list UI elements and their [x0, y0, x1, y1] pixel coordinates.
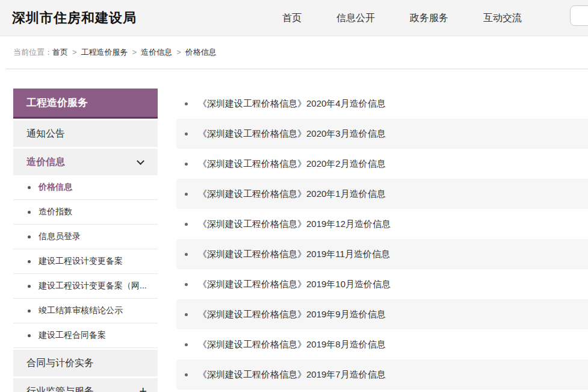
article-row: 《深圳建设工程价格信息》2019年8月造价信息 — [176, 329, 588, 359]
bullet-icon — [28, 211, 31, 214]
bullet-icon — [185, 343, 188, 346]
top-nav: 首页信息公开政务服务互动交流 — [265, 0, 539, 36]
nav-item[interactable]: 政务服务 — [392, 12, 466, 25]
sidebar-subitem-label: 建设工程设计变更备案 — [39, 256, 123, 267]
sidebar-subitem[interactable]: 建设工程设计变更备案（网... — [13, 274, 158, 299]
chevron-down-icon — [137, 157, 144, 165]
plus-icon: + — [139, 378, 147, 392]
article-link[interactable]: 《深圳建设工程价格信息》2020年4月造价信息 — [198, 98, 386, 110]
sidebar-item[interactable]: 行业监管与服务+ — [13, 378, 158, 392]
sidebar-item-label: 合同与计价实务 — [26, 358, 94, 368]
article-link[interactable]: 《深圳建设工程价格信息》2019年7月造价信息 — [198, 369, 386, 381]
sidebar-menu: 通知公告造价信息价格信息造价指数信息员登录建设工程设计变更备案建设工程设计变更备… — [13, 120, 158, 392]
article-link[interactable]: 《深圳建设工程价格信息》2020年3月造价信息 — [198, 128, 386, 140]
sidebar-subitem-label: 价格信息 — [39, 182, 72, 193]
article-row: 《深圳建设工程价格信息》2019年9月造价信息 — [176, 299, 588, 329]
bullet-icon — [28, 285, 31, 288]
bullet-icon — [185, 253, 188, 256]
sidebar: 工程造价服务 通知公告造价信息价格信息造价指数信息员登录建设工程设计变更备案建设… — [13, 89, 158, 392]
article-row: 《深圳建设工程价格信息》2019年7月造价信息 — [176, 359, 588, 390]
breadcrumb-divider — [6, 69, 588, 69]
breadcrumb-label: 当前位置： — [13, 47, 52, 58]
sidebar-subitem-label: 建设工程合同备案 — [39, 330, 106, 341]
site-header: 深圳市住房和建设局 首页信息公开政务服务互动交流 — [0, 0, 588, 36]
article-link[interactable]: 《深圳建设工程价格信息》2019年11月造价信息 — [198, 249, 390, 260]
breadcrumb-separator: > — [132, 48, 137, 57]
bullet-icon — [185, 373, 188, 376]
sidebar-title: 工程造价服务 — [13, 89, 158, 119]
nav-item[interactable]: 首页 — [265, 12, 319, 25]
article-link[interactable]: 《深圳建设工程价格信息》2019年10月造价信息 — [198, 279, 391, 290]
article-row: 《深圳建设工程价格信息》2020年2月造价信息 — [176, 149, 588, 179]
article-link[interactable]: 《深圳建设工程价格信息》2020年2月造价信息 — [198, 158, 386, 170]
article-row: 《深圳建设工程价格信息》2019年12月造价信息 — [176, 209, 588, 239]
bullet-icon — [185, 313, 188, 316]
article-row: 《深圳建设工程价格信息》2019年10月造价信息 — [176, 269, 588, 299]
bullet-icon — [185, 193, 188, 196]
sidebar-item-label: 通知公告 — [26, 128, 65, 138]
bullet-icon — [185, 283, 188, 286]
breadcrumb-current: 价格信息 — [185, 48, 217, 57]
sidebar-item[interactable]: 造价信息 — [13, 149, 158, 175]
sidebar-item-label: 行业监管与服务 — [26, 386, 94, 392]
bullet-icon — [28, 260, 31, 263]
sidebar-subitem-label: 建设工程设计变更备案（网... — [39, 281, 147, 291]
bullet-icon — [185, 163, 188, 166]
bullet-icon — [185, 102, 188, 105]
sidebar-item-label: 造价信息 — [26, 157, 65, 167]
header-search-box[interactable] — [570, 5, 588, 26]
article-link[interactable]: 《深圳建设工程价格信息》2019年9月造价信息 — [198, 309, 386, 320]
sidebar-subitem[interactable]: 信息员登录 — [13, 225, 158, 249]
article-link[interactable]: 《深圳建设工程价格信息》2019年12月造价信息 — [198, 219, 391, 230]
bullet-icon — [28, 235, 31, 238]
nav-item[interactable]: 互动交流 — [466, 12, 539, 25]
breadcrumb-separator: > — [176, 48, 181, 57]
bullet-icon — [185, 223, 188, 226]
sidebar-subitem[interactable]: 竣工结算审核结论公示 — [13, 299, 158, 323]
sidebar-subitem[interactable]: 建设工程设计变更备案 — [13, 249, 158, 274]
article-row: 《深圳建设工程价格信息》2020年3月造价信息 — [176, 119, 588, 149]
article-row: 《深圳建设工程价格信息》2020年4月造价信息 — [176, 89, 588, 119]
sidebar-subitem[interactable]: 造价指数 — [13, 200, 158, 225]
sidebar-subitem-label: 造价指数 — [39, 207, 72, 217]
article-row: 《深圳建设工程价格信息》2019年11月造价信息 — [176, 239, 588, 269]
breadcrumb-link[interactable]: 工程造价服务 — [81, 48, 128, 57]
nav-item[interactable]: 信息公开 — [319, 12, 392, 25]
article-link[interactable]: 《深圳建设工程价格信息》2019年8月造价信息 — [198, 339, 386, 350]
bullet-icon — [28, 186, 31, 189]
article-link[interactable]: 《深圳建设工程价格信息》2020年1月造价信息 — [198, 188, 386, 200]
breadcrumb-separator: > — [72, 48, 77, 57]
sidebar-subitem[interactable]: 价格信息 — [13, 175, 158, 200]
article-row: 《深圳建设工程价格信息》2020年1月造价信息 — [176, 179, 588, 209]
bullet-icon — [28, 334, 31, 337]
sidebar-item[interactable]: 通知公告 — [13, 120, 158, 147]
breadcrumb: 当前位置： 首页>工程造价服务>造价信息>价格信息 — [0, 36, 588, 69]
breadcrumb-items: 首页>工程造价服务>造价信息>价格信息 — [52, 47, 217, 58]
breadcrumb-link[interactable]: 造价信息 — [141, 48, 172, 57]
site-title: 深圳市住房和建设局 — [12, 9, 137, 27]
bullet-icon — [28, 310, 31, 313]
sidebar-subitem-label: 信息员登录 — [39, 231, 81, 242]
sidebar-subitem-label: 竣工结算审核结论公示 — [39, 305, 123, 316]
bullet-icon — [185, 132, 188, 135]
sidebar-subitem[interactable]: 建设工程合同备案 — [13, 323, 158, 348]
sidebar-item[interactable]: 合同与计价实务 — [13, 350, 158, 376]
page: 深圳市住房和建设局 首页信息公开政务服务互动交流 当前位置： 首页>工程造价服务… — [0, 0, 588, 392]
breadcrumb-link[interactable]: 首页 — [52, 48, 68, 57]
content-area: 工程造价服务 通知公告造价信息价格信息造价指数信息员登录建设工程设计变更备案建设… — [0, 89, 588, 392]
article-list: 《深圳建设工程价格信息》2020年4月造价信息《深圳建设工程价格信息》2020年… — [176, 89, 588, 390]
